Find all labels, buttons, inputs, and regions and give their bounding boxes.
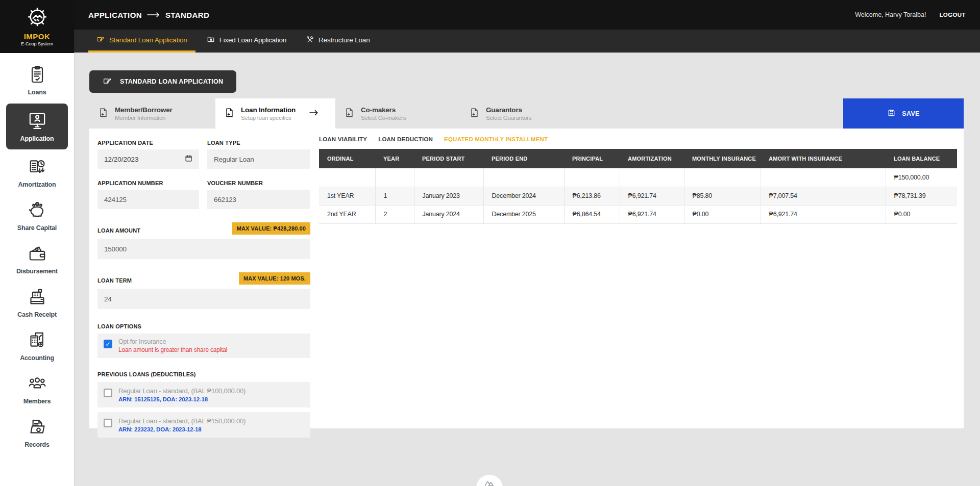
tab-standard-loan-application[interactable]: Standard Loan Application	[88, 30, 195, 53]
cell: January 2024	[414, 205, 483, 223]
cell	[414, 168, 483, 187]
previous-loan-checkbox[interactable]	[104, 419, 112, 427]
sidebar-item-application[interactable]: Application	[6, 104, 68, 149]
col-header: PRINCIPAL	[564, 149, 620, 168]
cell: ₱7,007.54	[761, 187, 886, 205]
tab-restructure-loan[interactable]: Restructure Loan	[298, 30, 378, 53]
sidebar-item-amortization[interactable]: Amortization	[6, 152, 68, 193]
save-button[interactable]: SAVE	[843, 98, 964, 129]
cell: December 2025	[483, 205, 564, 223]
cell: January 2023	[414, 187, 483, 205]
cell	[319, 168, 375, 187]
cell: December 2024	[483, 187, 564, 205]
long-arrow-right-icon	[147, 11, 160, 19]
previous-loan-row: Regular Loan - standard, (BAL ₱150,000.0…	[97, 412, 310, 438]
sidebar-item-members[interactable]: Members	[6, 369, 68, 410]
loan-amount-input[interactable]	[97, 239, 310, 259]
page-title: APPLICATION STANDARD	[88, 11, 209, 19]
sidebar-item-label: Disbursement	[16, 268, 58, 275]
emi-table: ORDINAL YEAR PERIOD START PERIOD END PRI…	[319, 149, 957, 224]
step-title: Member/Borrower	[115, 106, 173, 114]
sidebar-item-records[interactable]: Records	[6, 413, 68, 453]
cell: ₱0.00	[684, 205, 761, 223]
insurance-checkbox[interactable]: ✓	[104, 340, 112, 348]
tab-loan-deduction[interactable]: LOAN DEDUCTION	[378, 136, 433, 142]
step-member-borrower[interactable]: Member/Borrower Member Information	[89, 98, 214, 129]
application-date-input[interactable]: 12/20/2023	[97, 149, 199, 169]
tools-icon	[306, 35, 314, 45]
cell: 1	[375, 187, 414, 205]
step-title: Co-makers	[361, 106, 406, 114]
tab-equated-monthly-installment[interactable]: EQUATED MONTHLY INSTALLMENT	[444, 136, 548, 142]
step-guarantors[interactable]: Guarantors Select Guarantors	[460, 98, 585, 129]
sidebar-nav: Loans Application Amortization	[0, 53, 74, 453]
wizard-steps: Member/Borrower Member Information Loan …	[89, 98, 964, 129]
main-content: STANDARD LOAN APPLICATION Member/Borrowe…	[74, 53, 980, 486]
file-icon	[97, 107, 109, 120]
cell: ₱6,864.54	[564, 205, 620, 223]
step-title: Loan Information	[241, 106, 296, 114]
pencil-box-icon	[103, 76, 112, 87]
file-icon	[224, 107, 235, 120]
cell: ₱0.00	[886, 205, 957, 223]
previous-loan-meta-link[interactable]: ARN: 15125125, DOA: 2023-12-18	[118, 396, 246, 402]
cell: ₱150,000.00	[886, 168, 957, 187]
step-co-makers[interactable]: Co-makers Select Co-makers	[335, 98, 460, 129]
cell	[761, 168, 886, 187]
handshake-gear-icon	[24, 7, 51, 31]
cash-register-icon	[27, 287, 47, 309]
standard-loan-application-button[interactable]: STANDARD LOAN APPLICATION	[89, 70, 236, 93]
cell: 2nd YEAR	[319, 205, 375, 223]
sidebar-item-accounting[interactable]: Accounting	[6, 326, 68, 366]
file-icon	[344, 107, 355, 120]
sidebar-item-disbursement[interactable]: Disbursement	[6, 239, 68, 279]
insurance-option-row: ✓ Opt for Insurance Loan amount is great…	[97, 334, 310, 358]
logout-button[interactable]: LOGOUT	[939, 12, 966, 18]
file-icon	[469, 107, 480, 120]
insurance-option-text: Opt for Insurance	[118, 338, 227, 345]
insurance-warning-text: Loan amount is greater than share capita…	[118, 346, 227, 353]
sidebar-item-loans[interactable]: Loans	[6, 60, 68, 100]
previous-loan-title: Regular Loan - standard, (BAL ₱150,000.0…	[118, 417, 246, 425]
sidebar-item-share-capital[interactable]: Share Capital	[6, 196, 68, 236]
loan-information-card: APPLICATION DATE 12/20/2023 LOAN TYPE	[89, 129, 964, 428]
cell	[564, 168, 620, 187]
cell: ₱6,921.74	[761, 205, 886, 223]
loan-amount-max-badge: MAX VALUE: ₱428,280.00	[232, 222, 310, 235]
calculator-chart-icon	[27, 330, 47, 352]
previous-loan-checkbox[interactable]	[104, 389, 112, 397]
sidebar-item-label: Application	[20, 135, 54, 142]
loan-options-label: LOAN OPTIONS	[97, 323, 310, 329]
col-header: ORDINAL	[319, 149, 375, 168]
application-number-input[interactable]	[97, 190, 199, 209]
previous-loans-label: PREVIOUS LOANS (DEDUCTIBLES)	[97, 371, 310, 377]
sidebar-item-label: Records	[24, 441, 50, 448]
voucher-number-label: VOUCHER NUMBER	[207, 180, 310, 186]
step-subtitle: Select Guarantors	[486, 115, 531, 121]
cell	[483, 168, 564, 187]
sidebar-item-label: Accounting	[20, 354, 54, 362]
sidebar: IMPOK E-Coop System Loans Application	[0, 0, 74, 486]
loan-term-input[interactable]	[97, 289, 310, 309]
application-date-value: 12/20/2023	[104, 156, 139, 163]
cell: ₱6,921.74	[620, 205, 684, 223]
previous-loan-meta-link[interactable]: ARN: 223232, DOA: 2023-12-18	[118, 426, 246, 432]
pencil-box-icon	[96, 35, 105, 45]
cell: ₱85.80	[684, 187, 761, 205]
cell: 2	[375, 205, 414, 223]
calendar-icon[interactable]	[185, 155, 192, 164]
sidebar-item-cash-receipt[interactable]: Cash Receipt	[6, 283, 68, 323]
sidebar-item-label: Cash Receipt	[17, 311, 57, 318]
tab-loan-viability[interactable]: LOAN VIABILITY	[319, 136, 367, 142]
voucher-number-input[interactable]	[207, 190, 310, 209]
folder-gear-icon	[27, 417, 47, 439]
cell: ₱78,731.39	[886, 187, 957, 205]
step-loan-information[interactable]: Loan Information Setup loan specifics	[215, 98, 335, 129]
col-header: PERIOD END	[483, 149, 564, 168]
loan-term-label: LOAN TERM	[97, 277, 132, 284]
amortization-schedule-icon	[27, 157, 47, 179]
tab-fixed-loan-application[interactable]: Fixed Loan Application	[199, 30, 295, 53]
loan-type-input[interactable]	[207, 149, 310, 169]
brand-tagline: E-Coop System	[21, 41, 53, 46]
welcome-text: Welcome, Harvy Toralba!	[855, 11, 926, 18]
